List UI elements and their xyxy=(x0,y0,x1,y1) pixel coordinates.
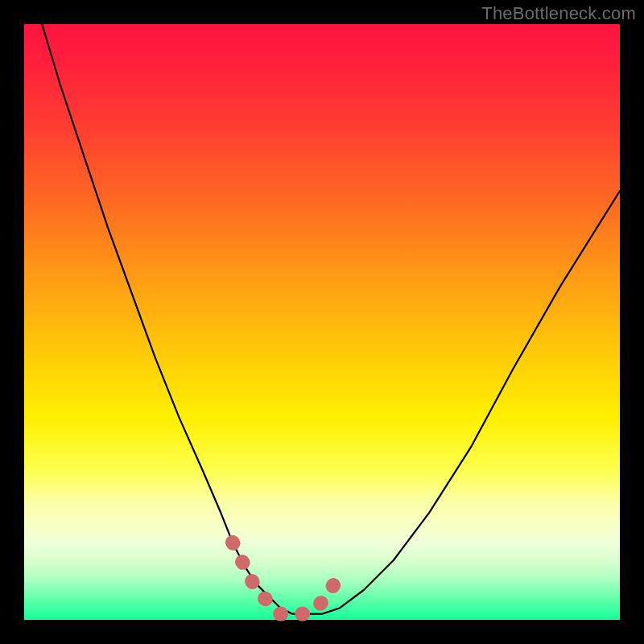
curve-path-group xyxy=(42,24,620,614)
optimal-range-marker xyxy=(233,543,340,614)
chart-frame: TheBottleneck.com xyxy=(0,0,644,644)
chart-svg xyxy=(24,24,620,620)
plot-area xyxy=(24,24,620,620)
watermark-text: TheBottleneck.com xyxy=(481,3,636,24)
marker-path-group xyxy=(233,543,340,614)
bottleneck-curve xyxy=(42,24,620,614)
